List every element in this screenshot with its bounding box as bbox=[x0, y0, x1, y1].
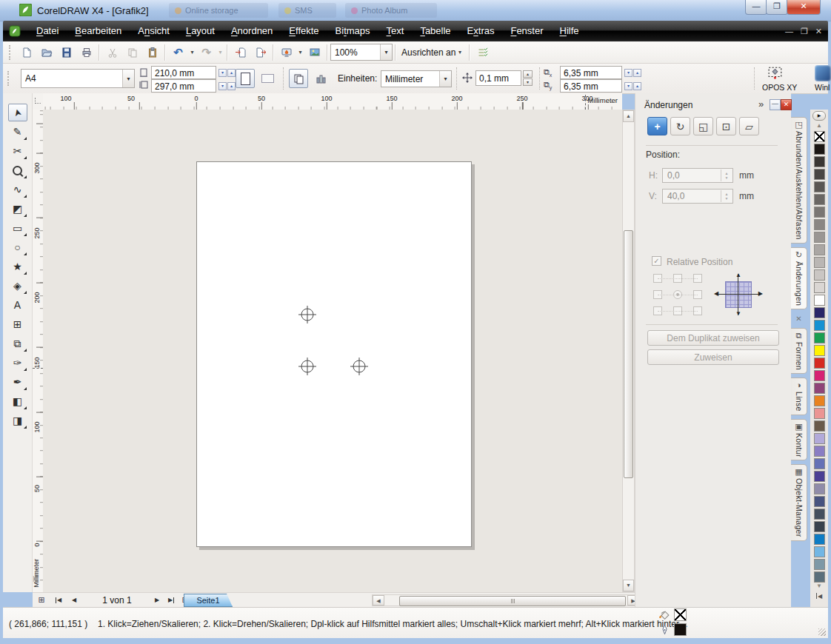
color-swatch[interactable] bbox=[814, 471, 825, 482]
welcome-screen-button[interactable] bbox=[304, 44, 324, 61]
paper-height-field[interactable]: 297,0 mm bbox=[151, 79, 216, 93]
vertical-scroll-thumb[interactable] bbox=[624, 230, 633, 478]
color-swatch[interactable] bbox=[814, 571, 825, 583]
fill-tool[interactable]: ◧ bbox=[8, 392, 27, 410]
shape-tool[interactable]: ✎ bbox=[8, 123, 27, 141]
blend-tool[interactable]: ⧉ bbox=[8, 335, 27, 352]
paper-preset-combo[interactable]: A4 ▾ bbox=[21, 69, 135, 88]
color-swatch[interactable] bbox=[814, 257, 825, 268]
mdi-restore-icon[interactable]: ❐ bbox=[801, 27, 808, 36]
zoom-dropdown-arrow[interactable]: ▾ bbox=[380, 44, 392, 60]
nudge-spinner[interactable]: ▴▾ bbox=[523, 70, 533, 85]
freehand-tool[interactable]: ∿ bbox=[8, 181, 27, 198]
color-swatch[interactable] bbox=[814, 232, 825, 243]
menu-bitmaps[interactable]: Bitmaps bbox=[327, 21, 378, 41]
scroll-up-button[interactable]: ▲ bbox=[623, 110, 634, 122]
vertical-scrollbar[interactable]: ▲ ▼ bbox=[622, 110, 635, 592]
flyout-indicator[interactable] bbox=[24, 175, 27, 178]
color-swatch[interactable] bbox=[814, 420, 825, 432]
flyout-indicator[interactable] bbox=[24, 349, 27, 352]
paper-preset-arrow[interactable]: ▾ bbox=[122, 70, 134, 87]
color-swatch[interactable] bbox=[814, 332, 825, 343]
crosshair-marker-object[interactable] bbox=[349, 356, 370, 377]
flyout-indicator[interactable] bbox=[24, 272, 27, 275]
docker-chevron[interactable]: » bbox=[758, 98, 764, 110]
horizontal-ruler[interactable]: Millimeter 10050050100150200250300 bbox=[43, 93, 622, 110]
transform-rotate-button[interactable]: ↻ bbox=[670, 117, 690, 135]
menu-ansicht[interactable]: Ansicht bbox=[130, 21, 178, 41]
crop-tool[interactable]: ✂ bbox=[8, 142, 27, 160]
paste-button[interactable] bbox=[142, 44, 162, 61]
copy-button-disabled[interactable] bbox=[122, 44, 142, 61]
options-button[interactable] bbox=[473, 44, 493, 61]
color-swatch[interactable] bbox=[814, 433, 825, 444]
menu-effekte[interactable]: Effekte bbox=[281, 21, 327, 41]
color-swatch[interactable] bbox=[814, 559, 825, 570]
color-swatch[interactable] bbox=[814, 320, 825, 331]
new-document-button[interactable] bbox=[16, 44, 36, 61]
duplicate-y-field[interactable]: 6,35 mm bbox=[560, 79, 622, 93]
propbar-grip[interactable] bbox=[7, 71, 12, 86]
toolbar-grip[interactable] bbox=[9, 45, 13, 60]
color-swatch[interactable] bbox=[814, 144, 825, 155]
palette-flyout-button[interactable]: ▶ bbox=[812, 111, 826, 121]
menu-layout[interactable]: Layout bbox=[178, 21, 223, 41]
ruler-origin-corner[interactable] bbox=[33, 93, 44, 110]
color-swatch[interactable] bbox=[814, 219, 825, 230]
table-tool[interactable]: ⊞ bbox=[8, 315, 27, 333]
scroll-down-button[interactable]: ▼ bbox=[623, 580, 634, 591]
menu-hilfe[interactable]: Hilfe bbox=[552, 21, 587, 41]
cut-button-disabled[interactable] bbox=[102, 44, 122, 61]
h-field-spinner[interactable]: ▲▼ bbox=[721, 170, 732, 181]
palette-scroll-down[interactable]: ▼ bbox=[816, 583, 822, 590]
menu-anordnen[interactable]: Anordnen bbox=[223, 21, 281, 41]
menu-bearbeiten[interactable]: Bearbeiten bbox=[67, 21, 130, 41]
window-restore-button[interactable]: ❐ bbox=[766, 0, 788, 15]
apply-current-page-button[interactable] bbox=[311, 69, 330, 88]
outline-color-swatch[interactable] bbox=[674, 623, 687, 636]
units-dropdown-arrow[interactable]: ▾ bbox=[439, 71, 451, 87]
color-swatch[interactable] bbox=[814, 546, 825, 557]
palette-scroll-up[interactable]: ▲ bbox=[816, 122, 822, 130]
window-minimize-button[interactable]: — bbox=[745, 0, 767, 15]
color-swatch[interactable] bbox=[814, 521, 825, 532]
flyout-indicator[interactable] bbox=[24, 426, 27, 429]
menu-tabelle[interactable]: Tabelle bbox=[412, 21, 458, 41]
h-position-field[interactable]: 0,0▲▼ bbox=[662, 168, 733, 183]
duplicate-x-field[interactable]: 6,35 mm bbox=[560, 66, 622, 79]
color-swatch[interactable] bbox=[814, 207, 825, 218]
fill-color-swatch-none[interactable] bbox=[674, 608, 687, 621]
docker-tab-änderungen[interactable]: ↻Änderungen bbox=[791, 247, 807, 309]
export-button[interactable] bbox=[250, 44, 270, 61]
color-swatch[interactable] bbox=[814, 370, 825, 381]
flyout-indicator[interactable] bbox=[24, 233, 27, 236]
text-tool[interactable]: A bbox=[8, 296, 27, 314]
color-swatch[interactable] bbox=[814, 194, 825, 205]
flyout-indicator[interactable] bbox=[24, 387, 27, 390]
transform-size-button[interactable]: ⊡ bbox=[716, 117, 736, 135]
docker-tab-close-icon[interactable]: ✕ bbox=[791, 313, 807, 324]
crosshair-marker-object[interactable] bbox=[297, 304, 318, 325]
flyout-indicator[interactable] bbox=[24, 368, 27, 371]
apply-all-pages-button[interactable] bbox=[289, 69, 308, 88]
color-swatch[interactable] bbox=[814, 383, 825, 394]
pick-tool[interactable]: ➤ bbox=[8, 104, 27, 121]
rectangle-tool[interactable]: ▭ bbox=[8, 219, 27, 237]
menu-extras[interactable]: Extras bbox=[459, 21, 503, 41]
color-swatch-none[interactable] bbox=[814, 131, 825, 142]
flyout-indicator[interactable] bbox=[24, 214, 27, 217]
opos-xy-button[interactable] bbox=[764, 65, 787, 81]
units-combo[interactable]: Millimeter ▾ bbox=[381, 70, 452, 87]
color-swatch[interactable] bbox=[814, 509, 825, 520]
transform-position-button[interactable]: + bbox=[647, 117, 667, 135]
page-area[interactable] bbox=[196, 161, 472, 547]
eyedropper-tool[interactable]: ✑ bbox=[8, 354, 27, 372]
application-launcher-button[interactable] bbox=[276, 44, 296, 61]
color-swatch[interactable] bbox=[814, 483, 825, 494]
color-swatch[interactable] bbox=[814, 307, 825, 318]
mdi-minimize-icon[interactable]: — bbox=[785, 27, 793, 36]
interactive-fill-tool[interactable]: ◨ bbox=[8, 412, 27, 429]
previous-page-button[interactable]: ◀ bbox=[68, 594, 80, 606]
polygon-tool[interactable]: ★ bbox=[8, 258, 27, 275]
flyout-indicator[interactable] bbox=[24, 137, 27, 140]
